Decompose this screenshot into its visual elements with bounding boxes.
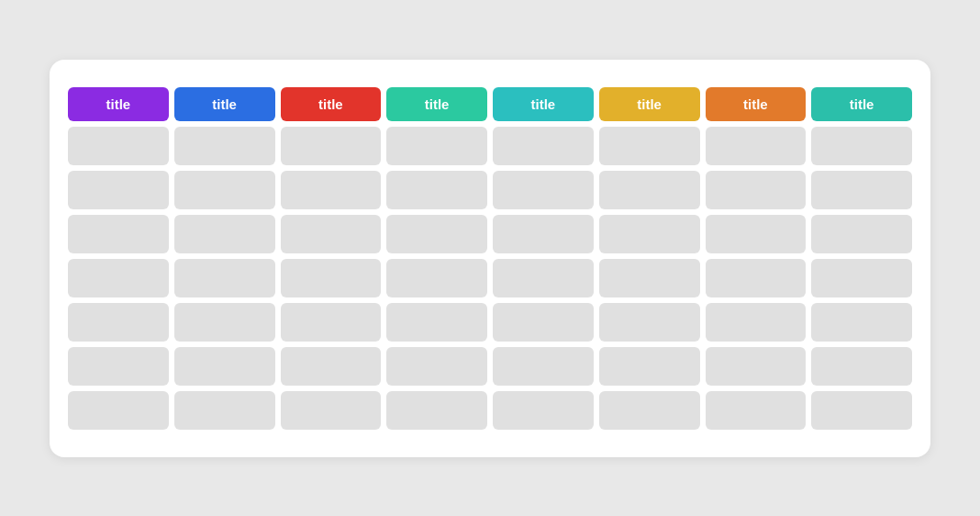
table-cell-r6-c7 xyxy=(811,391,912,430)
table-cell-r3-c5 xyxy=(599,259,700,297)
table-cell-r5-c2 xyxy=(281,347,382,386)
col-header-3: title xyxy=(386,87,487,121)
table-cell-r3-c4 xyxy=(493,259,594,297)
table-cell-r0-c7 xyxy=(811,127,912,165)
table-cell-r1-c5 xyxy=(599,171,700,209)
col-header-5: title xyxy=(599,87,700,121)
table-grid: titletitletitletitletitletitletitletitle xyxy=(68,87,912,430)
table-cell-r2-c0 xyxy=(68,215,169,253)
table-cell-r3-c0 xyxy=(68,259,169,297)
table-cell-r6-c3 xyxy=(386,391,487,430)
table-cell-r2-c3 xyxy=(386,215,487,253)
table-cell-r4-c6 xyxy=(706,303,807,342)
table-cell-r1-c1 xyxy=(174,171,275,209)
table-cell-r6-c1 xyxy=(174,391,275,430)
table-cell-r2-c1 xyxy=(174,215,275,253)
table-cell-r3-c7 xyxy=(811,259,912,297)
main-card: titletitletitletitletitletitletitletitle xyxy=(50,60,930,457)
table-cell-r5-c3 xyxy=(386,347,487,386)
col-header-2: title xyxy=(281,87,382,121)
table-cell-r1-c0 xyxy=(68,171,169,209)
table-cell-r1-c2 xyxy=(281,171,382,209)
table-cell-r6-c4 xyxy=(493,391,594,430)
table-cell-r4-c2 xyxy=(281,303,382,342)
table-cell-r0-c2 xyxy=(281,127,382,165)
col-header-7: title xyxy=(811,87,912,121)
table-cell-r5-c6 xyxy=(706,347,807,386)
table-cell-r2-c7 xyxy=(811,215,912,253)
table-cell-r3-c1 xyxy=(174,259,275,297)
col-header-0: title xyxy=(68,87,169,121)
table-cell-r3-c2 xyxy=(281,259,382,297)
table-cell-r5-c1 xyxy=(174,347,275,386)
table-cell-r4-c7 xyxy=(811,303,912,342)
table-cell-r1-c3 xyxy=(386,171,487,209)
table-cell-r5-c7 xyxy=(811,347,912,386)
col-header-4: title xyxy=(493,87,594,121)
table-cell-r2-c5 xyxy=(599,215,700,253)
table-cell-r2-c2 xyxy=(281,215,382,253)
table-cell-r6-c0 xyxy=(68,391,169,430)
table-cell-r4-c4 xyxy=(493,303,594,342)
table-cell-r0-c1 xyxy=(174,127,275,165)
table-wrapper: titletitletitletitletitletitletitletitle xyxy=(68,87,912,430)
table-cell-r0-c5 xyxy=(599,127,700,165)
table-cell-r0-c3 xyxy=(386,127,487,165)
col-header-6: title xyxy=(706,87,807,121)
table-cell-r3-c6 xyxy=(706,259,807,297)
table-cell-r6-c2 xyxy=(281,391,382,430)
table-cell-r0-c0 xyxy=(68,127,169,165)
table-cell-r2-c6 xyxy=(706,215,807,253)
table-cell-r4-c1 xyxy=(174,303,275,342)
table-cell-r5-c5 xyxy=(599,347,700,386)
col-header-1: title xyxy=(174,87,275,121)
table-cell-r2-c4 xyxy=(493,215,594,253)
table-cell-r1-c4 xyxy=(493,171,594,209)
table-cell-r0-c6 xyxy=(706,127,807,165)
table-cell-r4-c3 xyxy=(386,303,487,342)
table-cell-r6-c6 xyxy=(706,391,807,430)
table-cell-r1-c6 xyxy=(706,171,807,209)
table-cell-r4-c0 xyxy=(68,303,169,342)
table-cell-r1-c7 xyxy=(811,171,912,209)
table-cell-r0-c4 xyxy=(493,127,594,165)
table-cell-r6-c5 xyxy=(599,391,700,430)
table-cell-r5-c4 xyxy=(493,347,594,386)
table-cell-r4-c5 xyxy=(599,303,700,342)
table-cell-r3-c3 xyxy=(386,259,487,297)
table-cell-r5-c0 xyxy=(68,347,169,386)
